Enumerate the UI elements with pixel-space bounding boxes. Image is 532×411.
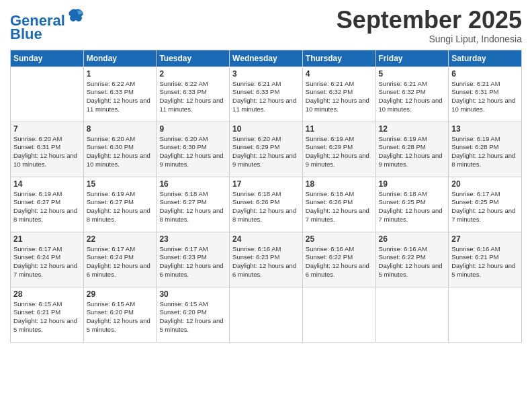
table-row: 30Sunrise: 6:15 AM Sunset: 6:20 PM Dayli… bbox=[157, 287, 230, 342]
day-number: 27 bbox=[451, 234, 519, 244]
day-info: Sunrise: 6:18 AM Sunset: 6:26 PM Dayligh… bbox=[232, 190, 300, 224]
day-number: 20 bbox=[451, 179, 519, 189]
table-row: 22Sunrise: 6:17 AM Sunset: 6:24 PM Dayli… bbox=[83, 232, 157, 287]
day-number: 28 bbox=[13, 289, 81, 299]
header-wednesday: Wednesday bbox=[230, 50, 303, 66]
day-info: Sunrise: 6:20 AM Sunset: 6:30 PM Dayligh… bbox=[87, 135, 154, 169]
day-info: Sunrise: 6:15 AM Sunset: 6:20 PM Dayligh… bbox=[159, 300, 226, 334]
table-row: 23Sunrise: 6:17 AM Sunset: 6:23 PM Dayli… bbox=[157, 232, 230, 287]
table-row: 21Sunrise: 6:17 AM Sunset: 6:24 PM Dayli… bbox=[11, 232, 84, 287]
day-info: Sunrise: 6:19 AM Sunset: 6:29 PM Dayligh… bbox=[306, 135, 373, 169]
table-row: 18Sunrise: 6:18 AM Sunset: 6:26 PM Dayli… bbox=[302, 177, 375, 232]
day-number: 18 bbox=[306, 179, 373, 189]
day-number: 6 bbox=[451, 69, 519, 79]
day-number: 2 bbox=[159, 69, 226, 79]
header-thursday: Thursday bbox=[302, 50, 375, 66]
day-number: 7 bbox=[13, 124, 81, 134]
table-row: 26Sunrise: 6:16 AM Sunset: 6:22 PM Dayli… bbox=[375, 232, 449, 287]
header-saturday: Saturday bbox=[449, 50, 522, 66]
page-header: General Blue September 2025 Sungi Liput,… bbox=[10, 7, 522, 44]
day-info: Sunrise: 6:18 AM Sunset: 6:25 PM Dayligh… bbox=[379, 190, 446, 224]
table-row bbox=[230, 287, 303, 342]
day-number: 9 bbox=[159, 124, 226, 134]
day-number: 11 bbox=[306, 124, 373, 134]
table-row: 9Sunrise: 6:20 AM Sunset: 6:30 PM Daylig… bbox=[157, 122, 230, 177]
day-number: 4 bbox=[306, 69, 373, 79]
day-number: 13 bbox=[451, 124, 519, 134]
day-info: Sunrise: 6:17 AM Sunset: 6:23 PM Dayligh… bbox=[159, 245, 226, 279]
day-info: Sunrise: 6:22 AM Sunset: 6:33 PM Dayligh… bbox=[87, 80, 154, 114]
calendar-week-row: 28Sunrise: 6:15 AM Sunset: 6:21 PM Dayli… bbox=[11, 287, 522, 342]
day-number: 5 bbox=[379, 69, 446, 79]
table-row: 19Sunrise: 6:18 AM Sunset: 6:25 PM Dayli… bbox=[375, 177, 449, 232]
day-info: Sunrise: 6:20 AM Sunset: 6:31 PM Dayligh… bbox=[13, 135, 81, 169]
table-row bbox=[449, 287, 522, 342]
table-row: 1Sunrise: 6:22 AM Sunset: 6:33 PM Daylig… bbox=[83, 66, 157, 122]
table-row: 10Sunrise: 6:20 AM Sunset: 6:29 PM Dayli… bbox=[230, 122, 303, 177]
day-number: 12 bbox=[379, 124, 446, 134]
location-subtitle: Sungi Liput, Indonesia bbox=[337, 34, 522, 44]
day-number: 19 bbox=[379, 179, 446, 189]
day-info: Sunrise: 6:16 AM Sunset: 6:23 PM Dayligh… bbox=[232, 245, 300, 279]
day-number: 8 bbox=[87, 124, 154, 134]
day-info: Sunrise: 6:19 AM Sunset: 6:27 PM Dayligh… bbox=[13, 190, 81, 224]
day-info: Sunrise: 6:17 AM Sunset: 6:24 PM Dayligh… bbox=[13, 245, 81, 279]
day-info: Sunrise: 6:20 AM Sunset: 6:29 PM Dayligh… bbox=[232, 135, 300, 169]
day-info: Sunrise: 6:17 AM Sunset: 6:25 PM Dayligh… bbox=[451, 190, 519, 224]
table-row: 5Sunrise: 6:21 AM Sunset: 6:32 PM Daylig… bbox=[375, 66, 449, 122]
header-friday: Friday bbox=[375, 50, 449, 66]
day-number: 30 bbox=[159, 289, 226, 299]
day-info: Sunrise: 6:20 AM Sunset: 6:30 PM Dayligh… bbox=[159, 135, 226, 169]
day-info: Sunrise: 6:18 AM Sunset: 6:26 PM Dayligh… bbox=[306, 190, 373, 224]
table-row: 14Sunrise: 6:19 AM Sunset: 6:27 PM Dayli… bbox=[11, 177, 84, 232]
calendar-week-row: 21Sunrise: 6:17 AM Sunset: 6:24 PM Dayli… bbox=[11, 232, 522, 287]
day-number: 1 bbox=[87, 69, 154, 79]
title-block: September 2025 Sungi Liput, Indonesia bbox=[337, 7, 522, 44]
calendar-week-row: 14Sunrise: 6:19 AM Sunset: 6:27 PM Dayli… bbox=[11, 177, 522, 232]
logo-bird-icon bbox=[66, 7, 85, 26]
table-row: 24Sunrise: 6:16 AM Sunset: 6:23 PM Dayli… bbox=[230, 232, 303, 287]
calendar-table: Sunday Monday Tuesday Wednesday Thursday… bbox=[10, 50, 522, 342]
day-info: Sunrise: 6:19 AM Sunset: 6:27 PM Dayligh… bbox=[87, 190, 154, 224]
table-row: 7Sunrise: 6:20 AM Sunset: 6:31 PM Daylig… bbox=[11, 122, 84, 177]
day-number: 21 bbox=[13, 234, 81, 244]
table-row: 28Sunrise: 6:15 AM Sunset: 6:21 PM Dayli… bbox=[11, 287, 84, 342]
table-row: 13Sunrise: 6:19 AM Sunset: 6:28 PM Dayli… bbox=[449, 122, 522, 177]
table-row: 6Sunrise: 6:21 AM Sunset: 6:31 PM Daylig… bbox=[449, 66, 522, 122]
table-row: 15Sunrise: 6:19 AM Sunset: 6:27 PM Dayli… bbox=[83, 177, 157, 232]
day-info: Sunrise: 6:19 AM Sunset: 6:28 PM Dayligh… bbox=[451, 135, 519, 169]
table-row: 27Sunrise: 6:16 AM Sunset: 6:21 PM Dayli… bbox=[449, 232, 522, 287]
logo: General Blue bbox=[10, 9, 85, 42]
weekday-header-row: Sunday Monday Tuesday Wednesday Thursday… bbox=[11, 50, 522, 66]
day-number: 22 bbox=[87, 234, 154, 244]
day-info: Sunrise: 6:15 AM Sunset: 6:21 PM Dayligh… bbox=[13, 300, 81, 334]
table-row: 25Sunrise: 6:16 AM Sunset: 6:22 PM Dayli… bbox=[302, 232, 375, 287]
day-number: 10 bbox=[232, 124, 300, 134]
day-info: Sunrise: 6:21 AM Sunset: 6:33 PM Dayligh… bbox=[232, 80, 300, 114]
table-row: 20Sunrise: 6:17 AM Sunset: 6:25 PM Dayli… bbox=[449, 177, 522, 232]
day-number: 16 bbox=[159, 179, 226, 189]
table-row: 4Sunrise: 6:21 AM Sunset: 6:32 PM Daylig… bbox=[302, 66, 375, 122]
table-row bbox=[375, 287, 449, 342]
day-number: 14 bbox=[13, 179, 81, 189]
table-row: 8Sunrise: 6:20 AM Sunset: 6:30 PM Daylig… bbox=[83, 122, 157, 177]
day-number: 25 bbox=[306, 234, 373, 244]
day-info: Sunrise: 6:16 AM Sunset: 6:21 PM Dayligh… bbox=[451, 245, 519, 279]
day-number: 3 bbox=[232, 69, 300, 79]
table-row bbox=[11, 66, 84, 122]
day-info: Sunrise: 6:16 AM Sunset: 6:22 PM Dayligh… bbox=[379, 245, 446, 279]
day-info: Sunrise: 6:21 AM Sunset: 6:31 PM Dayligh… bbox=[451, 80, 519, 114]
day-number: 17 bbox=[232, 179, 300, 189]
month-title: September 2025 bbox=[337, 7, 522, 34]
table-row: 29Sunrise: 6:15 AM Sunset: 6:20 PM Dayli… bbox=[83, 287, 157, 342]
day-info: Sunrise: 6:15 AM Sunset: 6:20 PM Dayligh… bbox=[87, 300, 154, 334]
day-info: Sunrise: 6:19 AM Sunset: 6:28 PM Dayligh… bbox=[379, 135, 446, 169]
day-info: Sunrise: 6:22 AM Sunset: 6:33 PM Dayligh… bbox=[159, 80, 226, 114]
table-row bbox=[302, 287, 375, 342]
day-number: 24 bbox=[232, 234, 300, 244]
day-info: Sunrise: 6:21 AM Sunset: 6:32 PM Dayligh… bbox=[306, 80, 373, 114]
day-number: 15 bbox=[87, 179, 154, 189]
calendar-week-row: 1Sunrise: 6:22 AM Sunset: 6:33 PM Daylig… bbox=[11, 66, 522, 122]
table-row: 3Sunrise: 6:21 AM Sunset: 6:33 PM Daylig… bbox=[230, 66, 303, 122]
table-row: 12Sunrise: 6:19 AM Sunset: 6:28 PM Dayli… bbox=[375, 122, 449, 177]
